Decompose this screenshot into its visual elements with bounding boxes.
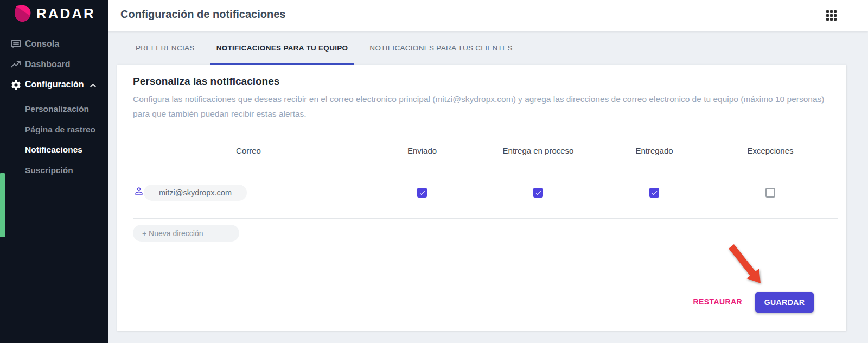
brand-logo[interactable]: RADAR [14, 3, 95, 24]
radar-leaf-logo-icon [14, 3, 32, 24]
brand-logo-text: RADAR [36, 5, 95, 22]
green-indicator-bar [0, 173, 5, 237]
apps-grid-icon[interactable] [826, 10, 837, 21]
person-icon [133, 186, 144, 196]
email-field[interactable] [144, 185, 247, 201]
checkmark-icon [419, 189, 426, 196]
checkmark-icon [535, 189, 542, 196]
column-header-enviado: Enviado [364, 146, 480, 155]
sidebar-item-consola[interactable]: Consola [0, 37, 108, 52]
column-header-correo: Correo [133, 146, 364, 155]
column-header-excepciones: Excepciones [712, 146, 828, 155]
sidebar-item-dashboard[interactable]: Dashboard [0, 58, 108, 72]
table-header-row: Correo Enviado Entrega en proceso Entreg… [133, 146, 828, 155]
notifications-panel: Personaliza las notificaciones Configura… [117, 65, 846, 331]
sidebar-item-configuracion[interactable]: Configuración [0, 78, 108, 92]
checkbox-entregado[interactable] [649, 188, 659, 198]
notification-settings-page: { "colors": { "sidebar_bg": "#0e141f", "… [0, 0, 868, 343]
sidebar: RADAR Consola Dashboard Configuración Pe… [0, 0, 108, 343]
console-icon [10, 39, 22, 50]
save-button[interactable]: GUARDAR [755, 292, 814, 313]
topbar: Configuración de notificaciones [108, 0, 868, 31]
checkbox-excepciones[interactable] [765, 188, 775, 198]
page-title: Configuración de notificaciones [120, 8, 285, 21]
sidebar-subitem-notificaciones[interactable]: Notificaciones [25, 143, 82, 156]
panel-description: Configura las notificaciones que deseas … [133, 92, 837, 121]
tab-notificaciones-equipo[interactable]: NOTIFICACIONES PARA TU EQUIPO [206, 31, 359, 65]
checkmark-icon [651, 189, 658, 196]
checkbox-enviado[interactable] [417, 188, 427, 198]
checkbox-entrega-en-proceso[interactable] [533, 188, 543, 198]
restore-button[interactable]: RESTAURAR [693, 297, 742, 306]
sidebar-item-label: Configuración [25, 80, 84, 90]
tab-notificaciones-clientes[interactable]: NOTIFICACIONES PARA TUS CLIENTES [359, 31, 523, 65]
trending-up-icon [10, 59, 22, 71]
new-address-input[interactable] [133, 225, 239, 242]
sidebar-subitem-personalizacion[interactable]: Personalización [25, 103, 89, 116]
column-header-entregado: Entregado [596, 146, 712, 155]
column-header-entrega-en-proceso: Entrega en proceso [480, 146, 596, 155]
sidebar-item-label: Consola [25, 39, 59, 49]
sidebar-subitem-suscripcion[interactable]: Suscripción [25, 164, 73, 177]
row-divider [133, 218, 838, 219]
sidebar-subitem-pagina-de-rastreo[interactable]: Página de rastreo [25, 123, 95, 136]
sidebar-item-label: Dashboard [25, 60, 71, 69]
gear-icon [10, 79, 22, 91]
chevron-up-icon[interactable] [88, 81, 98, 90]
panel-heading: Personaliza las notificaciones [133, 75, 279, 87]
tabs-bar: PREFERENCIAS NOTIFICACIONES PARA TU EQUI… [117, 31, 524, 65]
tab-preferencias[interactable]: PREFERENCIAS [125, 31, 206, 65]
